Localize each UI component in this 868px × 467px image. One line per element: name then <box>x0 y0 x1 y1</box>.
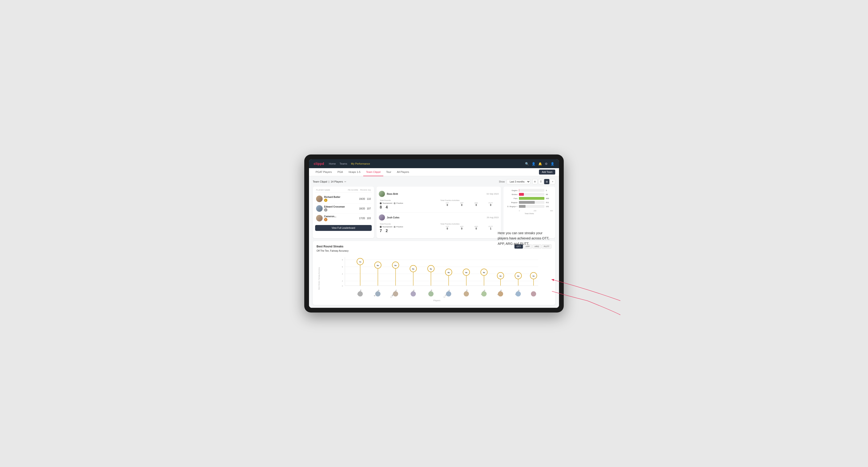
sub-nav-team-clippd[interactable]: Team Clippd <box>363 168 383 176</box>
player-card-rees: Rees Britt 02 Sep 2023 Total Rounds <box>379 189 499 213</box>
practice-values-rees: 0 0 0 0 <box>440 204 498 206</box>
sub-nav-all-players[interactable]: All Players <box>394 168 412 176</box>
practice-legend: Practice <box>394 202 403 204</box>
bar-chart: Eagles 3 Birdies 96 Pars 499 Bogeys <box>506 189 553 208</box>
chart-x-title: Total Shots <box>506 213 553 215</box>
bar-label: Bogeys <box>506 201 518 204</box>
nav-bar: clippd Home Teams My Performance 🔍 👤 🔔 ⚙… <box>309 159 559 168</box>
svg-text:4x: 4x <box>448 272 450 274</box>
avatar-icon[interactable]: 👤 <box>551 162 554 165</box>
player-badge-2: 2 <box>324 208 328 212</box>
rounds-legend-josh: Tournament Practice <box>380 226 437 228</box>
practice-activities-label-rees: Total Practice Activities <box>440 199 498 201</box>
bar-fill <box>519 205 526 208</box>
bar-value: 311 <box>546 201 553 204</box>
annotation-text: Here you can see streaks your players ha… <box>498 230 550 246</box>
player-name-3: Cameron... <box>324 215 336 218</box>
card-view-button[interactable]: ▤ <box>544 179 549 184</box>
view-full-leaderboard-button[interactable]: View Full Leaderboard <box>315 225 372 231</box>
nav-teams[interactable]: Teams <box>340 161 347 166</box>
rounds-label-josh: Total Rounds <box>380 223 437 225</box>
tournament-rounds-rees: 8 <box>380 205 382 210</box>
nav-my-performance[interactable]: My Performance <box>351 161 370 166</box>
show-label: Show <box>499 181 505 183</box>
user-icon[interactable]: 👤 <box>532 162 535 165</box>
add-team-button[interactable]: Add Team <box>539 169 555 175</box>
player-info-2: Edward Crossman 2 <box>316 205 357 212</box>
search-icon[interactable]: 🔍 <box>525 162 529 165</box>
streaks-subtitle-detail: Fairway Accuracy <box>330 250 348 252</box>
practice-headers-rees: OTT APP ARG PUTT <box>440 202 498 204</box>
card-avatar-rees <box>379 191 385 197</box>
lollipop-chart-container: Best Streak, Fairway Accuracy <box>316 255 552 302</box>
streaks-title: Best Round Streaks <box>316 245 343 248</box>
bar-value: 3 <box>546 189 553 191</box>
pipe-separator: | <box>329 180 329 183</box>
svg-point-20 <box>375 291 380 297</box>
avatar-2 <box>316 205 323 212</box>
bar-value: 96 <box>546 193 553 195</box>
team-header: Team Clippd | 14 Players ✏ Show Last 3 m… <box>313 179 555 184</box>
practice-headers-josh: OTT APP ARG PUTT <box>440 226 498 227</box>
card-stats-josh: Total Rounds Tournament Prac <box>379 222 499 234</box>
bar-fill <box>519 197 545 200</box>
bar-label: Eagles <box>506 189 518 191</box>
svg-text:3x: 3x <box>517 275 519 277</box>
svg-text:2: 2 <box>342 280 343 282</box>
sub-nav-pgat[interactable]: PGAT Players <box>313 168 335 176</box>
svg-point-40 <box>446 291 451 297</box>
svg-text:6x: 6x <box>395 264 397 267</box>
axis-400: 400 <box>550 210 553 212</box>
practice-activities-josh: Total Practice Activities OTT APP ARG PU… <box>439 222 499 234</box>
app-josh: 0 <box>455 227 469 230</box>
axis-200: 200 <box>533 210 536 212</box>
bar-item: Pars 499 <box>506 197 553 200</box>
card-name-rees: Rees Britt <box>387 193 485 195</box>
svg-text:4x: 4x <box>483 272 485 274</box>
axis-0: 0 <box>519 210 520 212</box>
streaks-subtitle-label: Off The Tee <box>316 250 329 252</box>
lollipop-svg: 0 2 4 6 8 7x E. Ebert <box>322 255 552 298</box>
nav-home[interactable]: Home <box>329 161 336 166</box>
app-rees: 0 <box>455 204 469 206</box>
bar-track <box>519 193 545 196</box>
bar-label: Pars <box>506 197 518 199</box>
col-pb-score: PB SCORE <box>348 189 358 191</box>
pb-score-1: 19/20 <box>359 198 365 200</box>
sub-nav-links: PGAT Players PGA Hcaps 1-5 Team Clippd T… <box>313 168 539 176</box>
svg-point-64 <box>531 291 536 297</box>
player-count: 14 Players <box>331 180 343 183</box>
bar-fill <box>519 193 524 196</box>
svg-text:8: 8 <box>342 259 343 261</box>
player-name-1: Richard Butler <box>324 196 340 198</box>
practice-rounds-josh: 2 <box>385 229 388 233</box>
player-details-1: Richard Butler 1 <box>324 196 340 202</box>
y-axis-title: Best Streak, Fairway Accuracy <box>318 267 320 290</box>
svg-point-60 <box>516 291 521 297</box>
sub-nav-pga[interactable]: PGA <box>335 168 346 176</box>
sub-nav-tour[interactable]: Tour <box>383 168 394 176</box>
grid-view-button[interactable]: ⊞ <box>532 179 537 184</box>
bar-item: Birdies 96 <box>506 193 553 196</box>
bell-icon[interactable]: 🔔 <box>538 162 542 165</box>
svg-point-25 <box>393 291 398 297</box>
rounds-stat-josh: Total Rounds Tournament Prac <box>379 222 438 234</box>
table-row: Edward Crossman 2 18/20 107 <box>315 204 372 214</box>
col-player-name: PLAYER NAME <box>316 189 346 191</box>
annotation-container: Here you can see streaks your players ha… <box>498 230 550 246</box>
arg-rees: 0 <box>469 204 483 206</box>
edit-icon[interactable]: ✏ <box>344 181 346 183</box>
svg-text:6: 6 <box>342 266 343 268</box>
player-info-3: Cameron... 3 <box>316 215 357 221</box>
pb-score-2: 18/20 <box>359 207 365 210</box>
bar-fill <box>519 189 519 192</box>
table-view-button[interactable]: ≡ <box>550 179 555 184</box>
list-view-button[interactable]: ☰ <box>538 179 544 184</box>
period-select[interactable]: Last 3 months <box>507 179 530 184</box>
settings-icon[interactable]: ⚙ <box>545 162 548 165</box>
sub-nav-hcaps[interactable]: Hcaps 1-5 <box>346 168 363 176</box>
bar-track <box>519 189 545 192</box>
bar-item: D. Bogeys + 131 <box>506 205 553 208</box>
bar-track <box>519 197 545 200</box>
player-name-2: Edward Crossman <box>324 206 345 208</box>
